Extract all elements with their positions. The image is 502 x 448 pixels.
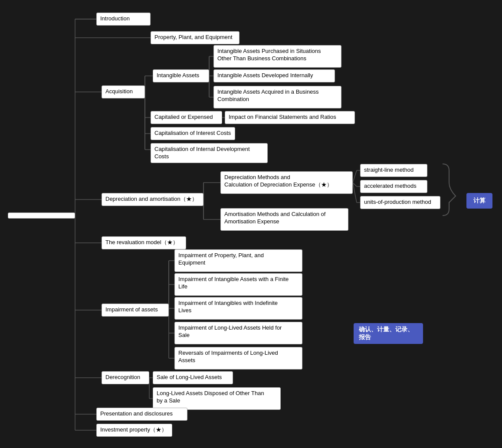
reversals: Reversals of Impairments of Long-Lived A…	[174, 347, 302, 370]
badge-calc[interactable]: 计算	[466, 193, 492, 209]
revaluation: The revaluation model（★）	[102, 236, 186, 249]
introduction: Introduction	[96, 13, 151, 26]
impairment-held: Impairment of Long-Lived Assets Held for…	[174, 322, 302, 344]
sale-longlived: Sale of Long-Lived Assets	[153, 371, 233, 384]
impairment-finite: Impairment of Intangible Assets with a F…	[174, 273, 302, 296]
presentation: Presentation and disclosures	[96, 408, 187, 421]
property-plant: Property, Plant, and Equipment	[151, 31, 240, 44]
capitalisation-internal: Capitalisation of Internal Development C…	[151, 143, 268, 163]
disposed-other: Long-Lived Assets Disposed of Other Than…	[153, 387, 281, 410]
svg-line-35	[353, 183, 357, 186]
derecognition: Derecognition	[102, 371, 149, 384]
impairment-ppe: Impairment of Property, Plant, and Equip…	[174, 249, 302, 272]
canvas: IntroductionProperty, Plant, and Equipme…	[0, 0, 502, 448]
amortisation-methods: Amortisation Methods and Calculation of …	[220, 208, 348, 231]
capitalisation-interest: Capitalisation of Interest Costs	[151, 127, 235, 140]
units-production: units-of-production method	[360, 196, 440, 209]
acquisition: Acquisition	[102, 85, 145, 98]
investment: Investment property（★）	[96, 424, 172, 437]
depreciation-methods: Depreciation Methods and Calculation of …	[220, 171, 353, 194]
svg-line-37	[353, 183, 357, 203]
depreciation-amortisation: Depreciation and amortisation（★）	[102, 193, 203, 206]
svg-line-33	[353, 170, 357, 183]
intangible-assets: Intangible Assets	[153, 69, 209, 82]
impairment-assets: Impairment of assets	[102, 304, 169, 317]
root-node	[8, 213, 75, 219]
intangible-developed: Intangible Assets Developed Internally	[213, 69, 335, 82]
impairment-indefinite: Impairment of Intangibles with Indefinit…	[174, 297, 302, 320]
accelerated: accelerated methods	[360, 180, 427, 193]
badge-recognize[interactable]: 确认、计量、记录、报告	[354, 323, 423, 344]
straight-line: straight-line method	[360, 164, 427, 177]
intangible-purchased: Intangible Assets Purchased in Situation…	[213, 45, 341, 68]
impact-financial: Impact on Financial Statements and Ratio…	[225, 111, 355, 124]
capitalised-expensed: Capitalied or Expensed	[151, 111, 222, 124]
intangible-acquired: Intangible Assets Acquired in a Business…	[213, 86, 341, 108]
